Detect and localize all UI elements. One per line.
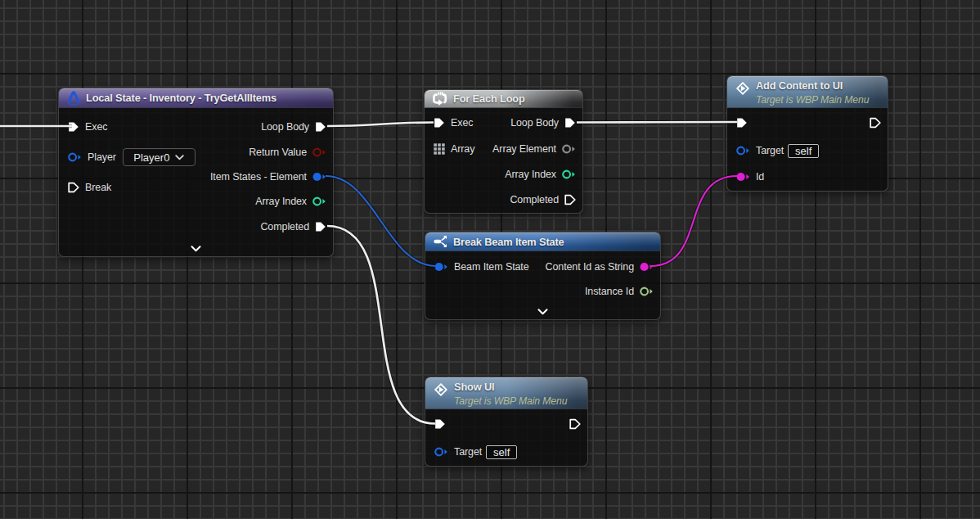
pin-exec-in[interactable]	[434, 414, 446, 434]
target-self-input[interactable]: self	[788, 144, 819, 158]
function-icon	[735, 81, 750, 96]
pin-array-index[interactable]: Array Index	[255, 192, 326, 211]
pin-array[interactable]: Array	[434, 139, 474, 159]
node-header: Show UI Target is WBP Main Menu	[425, 377, 587, 409]
pin-label: Completed	[510, 194, 559, 205]
node-title: Add Content to UI	[756, 79, 869, 93]
node-title: Local State - Inventory - TryGetAllItems	[86, 92, 276, 104]
exec-pin-icon	[315, 121, 326, 133]
pin-content-id-as-string[interactable]: Content Id as String	[546, 257, 654, 277]
pin-loop-body[interactable]: Loop Body	[510, 113, 576, 133]
node-show-ui[interactable]: Show UI Target is WBP Main Menu Target s…	[425, 377, 588, 467]
pin-item-states-element[interactable]: Item States - Element	[210, 167, 326, 187]
pin-label: Target	[756, 145, 784, 156]
wire-completed-to-showui	[327, 226, 435, 424]
pin-exec-in[interactable]: Exec	[434, 113, 473, 133]
node-subtitle: Target is WBP Main Menu	[454, 395, 567, 408]
node-header: Break Beam Item State	[425, 232, 660, 251]
chevron-down-icon	[537, 309, 548, 315]
pin-label: Id	[756, 171, 764, 183]
pin-player[interactable]: Player Player0	[68, 147, 196, 167]
wire-loop-body-to-foreach	[327, 123, 434, 127]
pin-label: Completed	[260, 221, 309, 232]
exec-pin-icon	[434, 117, 445, 129]
exec-pin-icon	[564, 117, 576, 129]
pin-exec-in[interactable]	[736, 113, 748, 133]
break-struct-icon	[434, 235, 447, 248]
expand-node-button[interactable]	[186, 244, 207, 254]
pin-instance-id[interactable]: Instance Id	[585, 282, 654, 301]
exec-pin-icon	[870, 117, 881, 129]
string-pin-icon	[640, 261, 654, 273]
pin-label: Exec	[451, 117, 473, 129]
exec-pin-icon	[315, 221, 326, 232]
pin-label: Beam Item State	[454, 261, 529, 273]
node-title: For Each Loop	[453, 93, 525, 105]
expand-node-button[interactable]	[533, 307, 554, 317]
pin-id[interactable]: Id	[736, 167, 764, 187]
pin-exec-out[interactable]	[569, 414, 581, 434]
pin-label: Array Element	[492, 143, 556, 155]
blueprint-graph-canvas[interactable]: Local State - Inventory - TryGetAllItems…	[0, 0, 980, 519]
pin-completed[interactable]: Completed	[260, 217, 326, 237]
node-for-each-loop[interactable]: For Each Loop Exec Array Loop Body	[424, 89, 583, 214]
pin-completed[interactable]: Completed	[510, 190, 576, 210]
node-title: Show UI	[454, 381, 567, 394]
exec-pin-icon	[68, 121, 79, 133]
pin-label: Array	[451, 143, 474, 155]
node-break-beam-item-state[interactable]: Break Beam Item State Beam Item State Co…	[425, 232, 661, 320]
player-select-dropdown[interactable]: Player0	[123, 148, 196, 166]
pin-label: Loop Body	[261, 121, 309, 133]
pin-exec-out[interactable]	[870, 113, 881, 133]
node-add-content-to-ui[interactable]: Add Content to UI Target is WBP Main Men…	[726, 75, 888, 192]
guid-pin-icon	[640, 286, 654, 297]
exec-pin-icon	[564, 194, 576, 205]
pin-label: Array Index	[505, 169, 556, 180]
chevron-down-icon	[175, 155, 184, 160]
pin-label: Target	[454, 446, 482, 458]
pin-beam-item-state[interactable]: Beam Item State	[434, 257, 529, 277]
bool-pin-icon	[312, 147, 326, 158]
target-self-input[interactable]: self	[486, 445, 517, 459]
object-pin-icon	[736, 145, 750, 156]
node-local-state-inventory-trygetallitems[interactable]: Local State - Inventory - TryGetAllItems…	[58, 88, 334, 257]
pin-exec-in[interactable]: Exec	[68, 117, 107, 137]
function-icon	[434, 382, 448, 397]
pin-target[interactable]: Target self	[434, 442, 517, 462]
object-pin-icon	[434, 261, 448, 273]
array-pin-icon	[434, 143, 445, 155]
pin-label: Break	[85, 182, 111, 193]
node-header: Add Content to UI Target is WBP Main Men…	[727, 76, 888, 108]
pin-label: Instance Id	[585, 286, 634, 297]
pin-label: Player	[88, 151, 116, 163]
int-pin-icon	[312, 196, 326, 207]
int-pin-icon	[562, 169, 576, 180]
wire-itemstates-to-break	[326, 176, 436, 266]
pin-break[interactable]: Break	[68, 178, 111, 197]
exec-pin-icon	[569, 418, 581, 430]
exec-pin-icon	[736, 117, 748, 129]
pin-array-element[interactable]: Array Element	[492, 139, 576, 159]
exec-pin-icon	[68, 182, 79, 193]
exec-pin-icon	[434, 418, 446, 430]
chevron-down-icon	[191, 246, 201, 252]
node-header: Local State - Inventory - TryGetAllItems	[59, 88, 333, 108]
pin-label: Return Value	[249, 147, 307, 158]
object-pin-icon	[312, 171, 326, 183]
pin-array-index[interactable]: Array Index	[505, 165, 576, 184]
node-header: For Each Loop	[425, 90, 582, 108]
pin-label: Exec	[85, 121, 107, 133]
pin-return-value[interactable]: Return Value	[249, 142, 326, 162]
wire-foreach-loopbody-to-addcontent	[577, 122, 737, 123]
wire-contentid-to-id	[650, 176, 737, 266]
pin-loop-body[interactable]: Loop Body	[261, 117, 326, 137]
foreach-loop-icon	[433, 92, 447, 106]
pin-target[interactable]: Target self	[736, 141, 819, 160]
string-pin-icon	[736, 171, 750, 183]
object-pin-icon	[434, 446, 448, 458]
wildcard-pin-icon	[562, 143, 576, 155]
beam-logo-icon	[67, 90, 80, 106]
pin-label: Item States - Element	[210, 171, 307, 183]
object-pin-icon	[68, 151, 82, 163]
player-select-value: Player0	[133, 151, 169, 164]
